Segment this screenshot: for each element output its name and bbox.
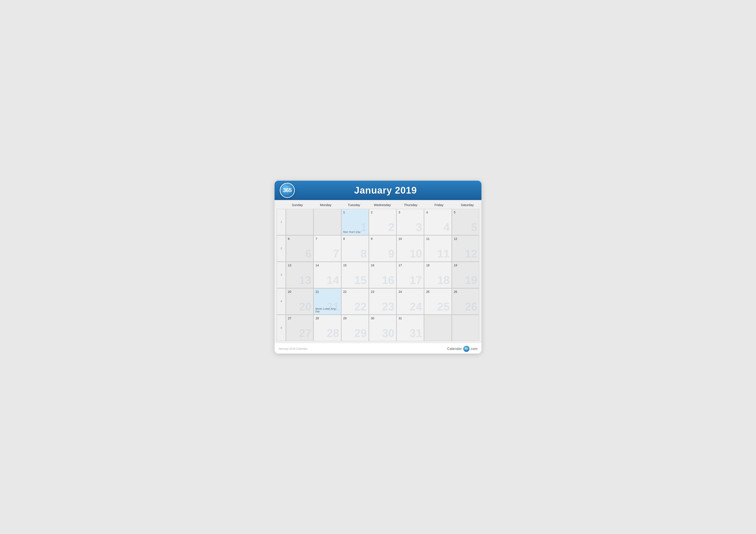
day-watermark-5: 5: [471, 221, 477, 233]
day-number-9: 9: [371, 237, 394, 241]
day-watermark-28: 28: [327, 327, 339, 339]
day-number-13: 13: [288, 264, 311, 267]
calendar-grid: 111New Year's Day22334455266778899101011…: [277, 209, 479, 341]
day-watermark-22: 22: [354, 301, 367, 312]
day-number-26: 26: [454, 290, 477, 293]
day-cell-11: 1111: [424, 236, 451, 261]
day-cell-18: 1818: [424, 262, 451, 288]
day-watermark-26: 26: [465, 301, 477, 312]
day-watermark-16: 16: [382, 274, 394, 286]
day-header-sunday: Sunday: [283, 200, 311, 209]
day-number-28: 28: [315, 317, 339, 320]
day-number-8: 8: [343, 237, 367, 241]
day-number-29: 29: [343, 317, 367, 320]
day-watermark-10: 10: [410, 248, 422, 259]
day-cell-27: 2727: [286, 315, 313, 341]
day-watermark-29: 29: [354, 327, 367, 339]
day-cell-10: 1010: [397, 236, 424, 261]
day-watermark-18: 18: [437, 274, 450, 286]
day-cell-26: 2626: [452, 289, 479, 314]
day-watermark-14: 14: [327, 274, 339, 286]
day-cell-2: 22: [369, 209, 396, 235]
day-watermark-20: 20: [299, 301, 311, 312]
day-cell-empty: [314, 209, 341, 235]
day-number-17: 17: [398, 264, 422, 267]
day-cell-19: 1919: [452, 262, 479, 288]
week-num-header-spacer: [275, 200, 283, 209]
day-number-4: 4: [426, 211, 449, 214]
day-cell-31: 3131: [397, 315, 424, 341]
day-cell-13: 1313: [286, 262, 313, 288]
day-number-23: 23: [371, 290, 394, 293]
day-cell-1: 11New Year's Day: [341, 209, 368, 235]
day-watermark-2: 2: [388, 221, 394, 233]
day-cell-16: 1616: [369, 262, 396, 288]
day-cell-23: 2323: [369, 289, 396, 314]
week-num-2: 2: [277, 236, 285, 261]
day-cell-3: 33: [397, 209, 424, 235]
day-cell-empty: [424, 315, 451, 341]
week-num-1: 1: [277, 209, 285, 235]
week-num-3: 3: [277, 262, 285, 288]
day-number-15: 15: [343, 264, 367, 267]
day-cell-14: 1414: [314, 262, 341, 288]
day-number-24: 24: [398, 290, 422, 293]
day-cell-29: 2929: [341, 315, 368, 341]
day-cell-9: 99: [369, 236, 396, 261]
logo-badge: 365: [280, 183, 295, 198]
day-header-thursday: Thursday: [396, 200, 425, 209]
day-cell-7: 77: [314, 236, 341, 261]
holiday-label-1: New Year's Day: [343, 231, 368, 233]
day-cell-empty: [286, 209, 313, 235]
day-watermark-15: 15: [354, 274, 367, 286]
day-cell-22: 2222: [341, 289, 368, 314]
day-number-18: 18: [426, 264, 449, 267]
day-watermark-19: 19: [465, 274, 477, 286]
day-cell-20: 2020: [286, 289, 313, 314]
day-number-7: 7: [315, 237, 339, 241]
week-num-4: 4: [277, 289, 285, 314]
day-header-tuesday: Tuesday: [340, 200, 368, 209]
day-watermark-31: 31: [410, 327, 422, 339]
day-watermark-17: 17: [410, 274, 422, 286]
footer-logo-badge: 365: [463, 346, 470, 352]
day-watermark-25: 25: [437, 301, 450, 312]
day-number-10: 10: [398, 237, 422, 241]
day-watermark-8: 8: [361, 248, 367, 259]
day-header-saturday: Saturday: [453, 200, 481, 209]
day-cell-30: 3030: [369, 315, 396, 341]
day-number-11: 11: [426, 237, 449, 241]
calendar-body: 111New Year's Day22334455266778899101011…: [275, 209, 481, 343]
calendar-header: 365 January 2019: [275, 181, 481, 200]
day-header-monday: Monday: [311, 200, 339, 209]
day-number-14: 14: [315, 264, 339, 267]
day-cell-17: 1717: [397, 262, 424, 288]
day-header-wednesday: Wednesday: [368, 200, 396, 209]
day-cell-12: 1212: [452, 236, 479, 261]
day-watermark-12: 12: [465, 248, 477, 259]
day-watermark-24: 24: [410, 301, 422, 312]
day-cell-15: 1515: [341, 262, 368, 288]
day-cell-6: 66: [286, 236, 313, 261]
day-cell-24: 2424: [397, 289, 424, 314]
day-number-12: 12: [454, 237, 477, 241]
day-cell-21: 2121Martin Luther King Day: [314, 289, 341, 314]
day-cell-empty: [452, 315, 479, 341]
day-number-16: 16: [371, 264, 394, 267]
day-cell-5: 55: [452, 209, 479, 235]
day-number-20: 20: [288, 290, 311, 293]
day-number-1: 1: [343, 211, 367, 214]
footer-caption: January 2019 Calendar: [279, 347, 308, 350]
day-number-30: 30: [371, 317, 394, 320]
footer-brand-after: .com: [470, 347, 477, 351]
footer-brand: Calendar- 365 .com: [447, 346, 477, 352]
day-number-6: 6: [288, 237, 311, 241]
day-cell-28: 2828: [314, 315, 341, 341]
day-watermark-30: 30: [382, 327, 394, 339]
day-watermark-7: 7: [333, 248, 339, 259]
day-number-3: 3: [398, 211, 422, 214]
day-watermark-6: 6: [305, 248, 311, 259]
day-watermark-27: 27: [299, 327, 311, 339]
day-cell-25: 2525: [424, 289, 451, 314]
day-watermark-9: 9: [388, 248, 394, 259]
